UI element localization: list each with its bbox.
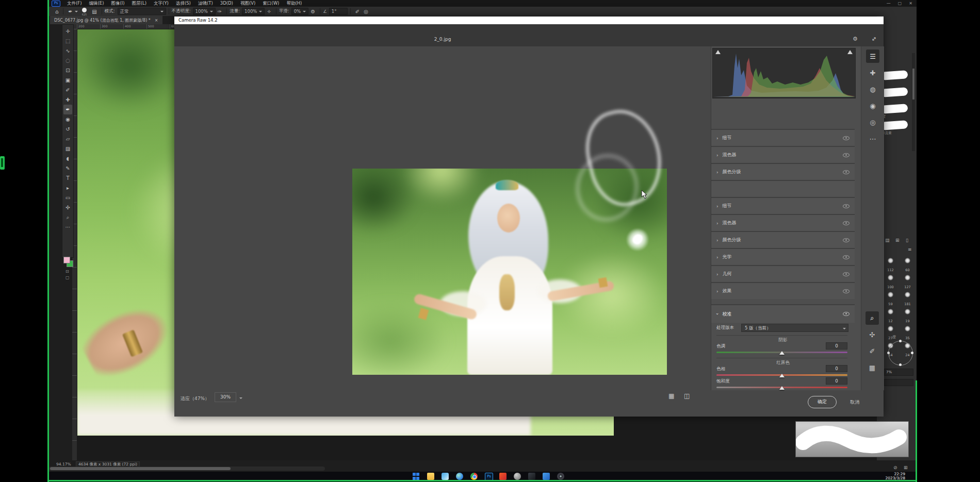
settings-section-row[interactable]: › 效果 — [711, 282, 855, 299]
brush-stroke-thumbnail[interactable] — [881, 70, 908, 80]
shape-tool[interactable]: ▭ — [63, 193, 72, 203]
panel-menu-icon[interactable]: ≡ — [908, 247, 912, 252]
more-tools[interactable]: ⋯ — [63, 222, 72, 232]
grid-icon[interactable]: ▦ — [865, 361, 879, 374]
menu-item[interactable]: 滤镜(T) — [194, 1, 217, 7]
brush-preset[interactable]: 59 — [884, 292, 897, 307]
menu-item[interactable]: 窗口(W) — [259, 1, 283, 7]
calibration-section-row[interactable]: › 校准 — [711, 304, 855, 323]
before-after-view-icon[interactable]: ◫ — [684, 392, 690, 400]
presets-icon[interactable]: ◎ — [866, 115, 879, 129]
menu-item[interactable]: 视图(V) — [237, 1, 259, 7]
lasso-tool[interactable]: ∿ — [63, 46, 72, 56]
photos-app-icon[interactable] — [442, 473, 449, 480]
fit-zoom-label[interactable]: 适应（47%） — [181, 395, 209, 402]
tint-value[interactable]: 0 — [826, 342, 847, 350]
menu-item[interactable]: 选择(S) — [172, 1, 194, 7]
tint-slider[interactable] — [716, 352, 847, 353]
opacity-input[interactable]: 100% — [193, 8, 216, 15]
path-select-tool[interactable]: ▸ — [63, 183, 72, 193]
eye-icon[interactable] — [843, 169, 850, 175]
object-selection-tool[interactable]: ◌ — [63, 56, 72, 65]
healing-icon[interactable]: ✚ — [866, 66, 879, 79]
close-icon[interactable]: ✕ — [909, 1, 912, 6]
quick-mask-icon[interactable]: ⊡ — [66, 269, 69, 274]
hue-value[interactable]: 0 — [826, 365, 847, 372]
menu-item[interactable]: 3D(D) — [217, 1, 237, 7]
slider-thumb[interactable] — [779, 348, 785, 355]
app-icon-blue[interactable] — [543, 473, 550, 480]
horizontal-scrollbar[interactable] — [49, 467, 325, 471]
more-options-icon[interactable]: ⋯ — [866, 132, 879, 145]
eye-icon[interactable] — [843, 220, 850, 226]
red-eye-icon[interactable]: ◉ — [866, 99, 879, 112]
hand-tool-icon[interactable]: ✣ — [865, 328, 879, 341]
ok-button[interactable]: 确定 — [808, 396, 837, 408]
gear-icon[interactable]: ⚙ — [308, 9, 317, 14]
brush-preset[interactable]: 60 — [901, 258, 914, 273]
dodge-tool[interactable]: ◖ — [63, 154, 72, 163]
app-icon-fan[interactable] — [557, 473, 564, 480]
mode-select[interactable]: 正常 — [118, 8, 166, 15]
home-icon[interactable]: ⌂ — [53, 9, 60, 14]
cancel-button[interactable]: 取消 — [850, 399, 859, 406]
histogram[interactable] — [712, 48, 856, 98]
shadow-clipping-icon[interactable] — [715, 50, 721, 54]
eye-icon[interactable] — [843, 271, 850, 277]
brush-tool[interactable]: ✒ — [63, 105, 72, 114]
eye-icon[interactable] — [843, 135, 850, 141]
menu-item[interactable]: 图层(L) — [128, 1, 150, 7]
brush-preset[interactable]: 127 — [901, 275, 914, 290]
eye-icon[interactable] — [843, 152, 850, 158]
white-balance-icon[interactable]: ✐ — [865, 344, 879, 358]
eye-icon[interactable] — [843, 288, 850, 294]
settings-section-row[interactable]: › 细节 — [711, 129, 855, 146]
maximize-icon[interactable]: ▢ — [898, 1, 902, 6]
frame-tool[interactable]: ▣ — [63, 75, 72, 85]
pressure-size-icon[interactable]: ✐ — [353, 9, 362, 14]
minimize-icon[interactable]: — — [887, 1, 891, 6]
gradient-tool[interactable]: ▨ — [63, 144, 72, 154]
toggle-icon[interactable]: ⊘ — [893, 465, 897, 470]
marquee-tool[interactable]: ⬚ — [63, 36, 72, 46]
zoom-tool-icon[interactable]: ⌕ — [865, 311, 879, 325]
grid-small-icon[interactable]: ⊞ — [904, 465, 908, 470]
pressure-opacity-icon[interactable]: ✑ — [216, 9, 224, 14]
app-icon-dark[interactable] — [528, 473, 535, 480]
brush-preset[interactable]: 100 — [884, 275, 897, 290]
fullscreen-icon[interactable]: ↔ — [870, 35, 878, 43]
screen-mode-icon[interactable]: ▢ — [66, 275, 70, 280]
brush-stroke-thumbnail[interactable] — [881, 120, 908, 130]
eye-icon[interactable] — [843, 254, 850, 260]
menu-item[interactable]: 文件(F) — [63, 1, 86, 7]
menu-item[interactable]: 图像(I) — [108, 1, 128, 7]
brush-stroke-thumbnail[interactable] — [881, 104, 908, 114]
brush-preset[interactable]: 112 — [884, 258, 897, 273]
symmetry-icon[interactable]: ◎ — [362, 9, 370, 14]
type-tool[interactable]: T — [63, 173, 72, 183]
chevron-down-icon[interactable] — [239, 397, 242, 401]
eye-icon[interactable] — [843, 203, 850, 209]
app-icon-sphere[interactable] — [514, 473, 521, 480]
brush-tool-icon[interactable]: ✒ — [66, 9, 74, 14]
brush-preset[interactable]: 19 — [901, 309, 914, 324]
eye-icon[interactable] — [843, 237, 850, 243]
brush-preset[interactable]: 12 — [884, 309, 897, 324]
toggle-brush-panel-icon[interactable]: ▤ — [90, 9, 99, 14]
zoom-level-select[interactable]: 30% — [215, 392, 236, 402]
file-explorer-icon[interactable] — [427, 473, 434, 480]
taskbar-clock[interactable]: 22:29 2023/3/28 — [886, 472, 905, 480]
brush-stroke-thumbnail[interactable] — [881, 87, 908, 97]
slider-thumb[interactable] — [779, 371, 785, 377]
settings-section-row[interactable]: › 光学 — [711, 248, 855, 265]
settings-section-row[interactable]: › 几何 — [711, 265, 855, 282]
edit-panel-icon[interactable]: ☰ — [866, 49, 879, 63]
roundness-input[interactable]: 7% — [884, 369, 913, 376]
healing-brush-tool[interactable]: ✚ — [63, 95, 72, 105]
history-brush-tool[interactable]: ↺ — [63, 124, 72, 134]
move-tool[interactable]: ✛ — [63, 26, 72, 36]
settings-section-row[interactable]: › 细节 — [711, 197, 855, 214]
brush-preset-picker[interactable]: 625 — [82, 8, 87, 15]
foreground-color-swatch[interactable] — [63, 257, 70, 263]
clone-stamp-tool[interactable]: ◉ — [63, 114, 72, 124]
